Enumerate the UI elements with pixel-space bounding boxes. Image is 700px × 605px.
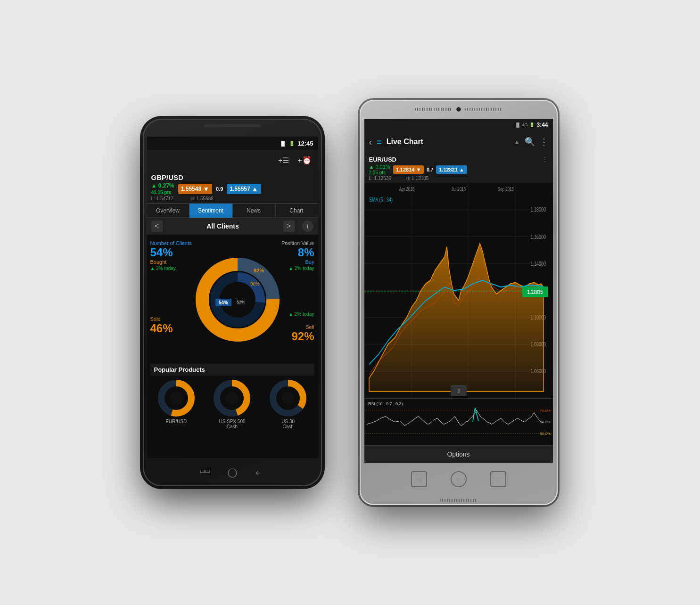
phone1-screen: ▐▌ 🔋 12:45 +☰ +⏰ GBP/USD ▲ 0.27% 41.15 p…: [147, 137, 318, 458]
tab-overview[interactable]: Overview: [147, 204, 189, 218]
svg-text:1.14000: 1.14000: [530, 260, 545, 267]
sell-pct: 92%: [288, 330, 314, 343]
popular-products-section: Popular Products EUR/USD: [150, 364, 314, 429]
svg-text:92%: 92%: [253, 268, 264, 273]
price-change-2: ▲ 0.01% 2.05 pts: [369, 164, 390, 175]
buy-today: ▲ 2% today: [288, 266, 314, 271]
us30-donut: [269, 379, 307, 417]
sentiment-donut-svg: 92% 90% 54% 54% 52%: [198, 248, 278, 352]
clients-title: All Clients: [163, 222, 283, 230]
speaker-grille-bottom: [440, 499, 478, 502]
search-icon-2[interactable]: 🔍: [525, 137, 535, 147]
phone2-device: ▐▌ 4G 🔋 3:44 ‹ ≡ Live Chart ▲ 🔍 ⋮ EUR/US…: [360, 100, 558, 505]
svg-text:SMA (5 ; 34): SMA (5 ; 34): [369, 196, 393, 203]
header-title-2: Live Chart: [387, 138, 510, 146]
low-high-2: L: 1.12536 H: 1.13105: [369, 176, 548, 181]
app-header-2: ‹ ≡ Live Chart ▲ 🔍 ⋮: [364, 131, 553, 153]
eurusd-donut: [157, 379, 195, 417]
tab-sentiment[interactable]: Sentiment: [189, 204, 232, 218]
svg-point-14: [170, 392, 183, 405]
svg-point-17: [225, 392, 239, 405]
ask-box-2[interactable]: 1.12821 ▲: [436, 165, 467, 174]
product-eurusd: EUR/USD: [157, 379, 195, 429]
time-display-2: 3:44: [536, 122, 548, 128]
svg-text:Sep 2015: Sep 2015: [497, 186, 514, 192]
bars-icon-2[interactable]: ≡: [377, 137, 382, 147]
svg-text:Apr 2015: Apr 2015: [399, 186, 414, 192]
resize-handle[interactable]: ⇕: [451, 385, 467, 396]
position-value-label: Position Value: [281, 240, 314, 246]
ask-box-1[interactable]: 1.55557 ▲: [227, 184, 261, 194]
product-spx500: US SPX 500Cash: [213, 379, 251, 429]
svg-text:Jul 2015: Jul 2015: [451, 186, 466, 192]
status-bar-1: ▐▌ 🔋 12:45: [147, 137, 318, 150]
back-nav-btn[interactable]: ◁: [411, 471, 427, 487]
status-bar-2: ▐▌ 4G 🔋 3:44: [364, 119, 553, 131]
chart-area-2: 1.18000 1.16000 1.14000 1.12000 1.10000 …: [364, 183, 553, 398]
spx500-donut: [213, 379, 251, 417]
products-row: EUR/USD US SPX 500Cash: [150, 379, 314, 429]
svg-rect-22: [206, 470, 210, 473]
speaker-bottom: [360, 496, 558, 505]
buy-pct: 8%: [298, 246, 314, 259]
tab-chart[interactable]: Chart: [275, 204, 318, 218]
live-chart-svg: 1.18000 1.16000 1.14000 1.12000 1.10000 …: [364, 183, 553, 398]
home-btn[interactable]: [226, 468, 239, 478]
sell-today: ▲ 2% today: [288, 311, 314, 317]
main-content-1: Number of Clients 54% Bought ▲ 2% today …: [147, 235, 318, 458]
currency-header-1: GBP/USD ▲ 0.27% 41.15 pts 1.55548 ▼ 0.9 …: [147, 171, 318, 203]
rsi-svg: RSI (10 ; 0.7 ; 0.3) 70.0% 50.0% 30.0%: [364, 399, 553, 445]
svg-point-20: [281, 392, 295, 405]
product-label-eurusd: EUR/USD: [165, 419, 187, 424]
recent-apps-btn[interactable]: [198, 468, 212, 478]
svg-text:1.18000: 1.18000: [530, 206, 545, 213]
bid-box-2[interactable]: 1.12814 ▼: [393, 165, 424, 174]
clients-bar: < All Clients > i: [147, 218, 318, 235]
add-list-icon[interactable]: +☰: [278, 156, 289, 165]
toolbar-1: +☰ +⏰: [147, 150, 318, 171]
arrow-down-icon-1: ▼: [203, 185, 209, 193]
phone2-bottom-nav: ◁ ○ □: [360, 463, 558, 496]
front-camera: [456, 107, 461, 112]
popular-products-title: Popular Products: [150, 364, 314, 376]
triangle-icon: ▲: [514, 139, 520, 145]
svg-text:RSI (10 ; 0.7 ; 0.3): RSI (10 ; 0.7 ; 0.3): [368, 401, 403, 406]
tab-news[interactable]: News: [232, 204, 275, 218]
battery2-icon: 🔋: [529, 123, 535, 127]
product-label-us30: US 30Cash: [281, 419, 295, 429]
price-change-1: ▲ 0.27% 41.15 pts: [151, 182, 174, 196]
back-btn[interactable]: [253, 468, 266, 478]
options-button[interactable]: Options: [364, 445, 553, 463]
home-nav-btn[interactable]: ○: [451, 471, 467, 487]
speaker-grille-right: [465, 108, 502, 111]
right-stats: Position Value 8% Buy ▲ 2% today ▲ 2% to…: [272, 238, 314, 343]
phone1-home-bar: [198, 468, 266, 478]
donut-charts: 92% 90% 54% 54% 52%: [198, 243, 278, 356]
sell-label: Sell: [288, 324, 314, 330]
bid-box-1[interactable]: 1.55548 ▼: [178, 184, 212, 194]
sentiment-area: Number of Clients 54% Bought ▲ 2% today …: [150, 238, 314, 361]
currency-pair-2: EUR/USD: [369, 156, 397, 163]
svg-text:1.16000: 1.16000: [530, 233, 545, 240]
arrow-up-2: ▲: [459, 167, 464, 172]
product-us30: US 30Cash: [269, 379, 307, 429]
next-button[interactable]: >: [283, 221, 295, 232]
spread-2: 0.7: [427, 167, 433, 172]
recent-nav-btn[interactable]: □: [490, 471, 506, 487]
info-button[interactable]: i: [302, 221, 313, 232]
menu-icon-currency[interactable]: ⋮: [542, 155, 548, 163]
battery-icon: 🔋: [289, 141, 295, 146]
add-alarm-icon[interactable]: +⏰: [297, 156, 311, 165]
arrow-up-icon-1: ▲: [252, 185, 258, 193]
speaker-top: [360, 100, 558, 119]
nav-tabs-1: Overview Sentiment News Chart: [147, 203, 318, 218]
currency-pair-1: GBP/USD: [151, 173, 313, 181]
prev-button[interactable]: <: [151, 221, 163, 232]
signal-icon: ▐▌: [280, 141, 286, 146]
spread-1: 0.9: [216, 186, 223, 192]
svg-text:1.12815: 1.12815: [527, 288, 542, 295]
svg-rect-21: [200, 470, 205, 473]
phone2-screen: ▐▌ 4G 🔋 3:44 ‹ ≡ Live Chart ▲ 🔍 ⋮ EUR/US…: [364, 119, 553, 463]
menu-icon-2[interactable]: ⋮: [540, 137, 548, 147]
back-icon-2[interactable]: ‹: [369, 137, 372, 147]
